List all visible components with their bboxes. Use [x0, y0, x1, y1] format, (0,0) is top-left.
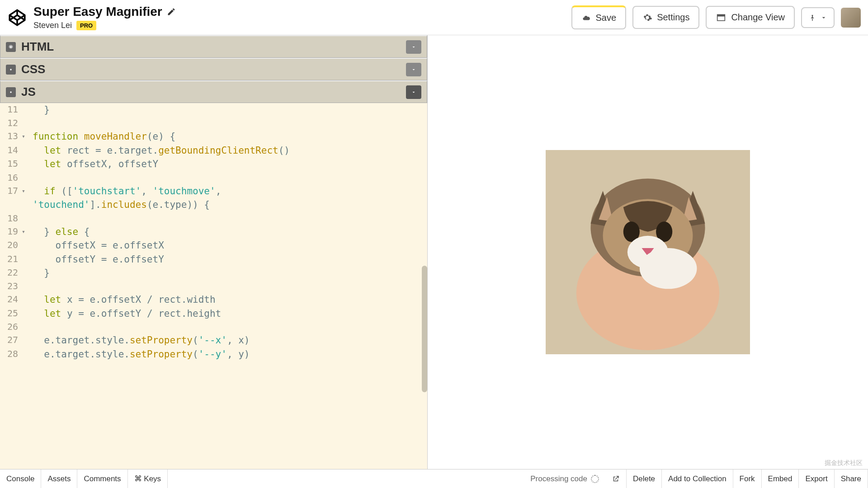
code-text[interactable]: let y = e.offsetY / rect.height [31, 307, 427, 320]
code-line[interactable]: 13▾function moveHandler(e) { [0, 130, 427, 143]
code-line[interactable]: 26 [0, 320, 427, 333]
add-collection-button[interactable]: Add to Collection [662, 469, 733, 488]
css-panel-header[interactable]: CSS [0, 58, 427, 80]
css-collapse-toggle[interactable] [406, 63, 421, 76]
svg-point-13 [593, 289, 683, 346]
fold-toggle[interactable]: ▾ [22, 184, 31, 198]
fold-toggle [22, 171, 31, 184]
spinner-icon [591, 475, 599, 483]
code-text[interactable]: let rect = e.target.getBoundingClientRec… [31, 144, 427, 157]
comments-button[interactable]: Comments [77, 469, 127, 488]
code-line[interactable]: 25 let y = e.offsetY / rect.height [0, 307, 427, 320]
code-line[interactable]: 12 [0, 117, 427, 130]
code-text[interactable]: } [31, 266, 427, 280]
code-text[interactable]: 'touchend'].includes(e.type)) { [31, 198, 427, 211]
fold-toggle [22, 103, 31, 117]
js-settings-icon[interactable] [6, 87, 16, 97]
code-text[interactable]: e.target.style.setProperty('--y', y) [31, 347, 427, 361]
code-text[interactable]: offsetX = e.offsetX [31, 239, 427, 252]
svg-point-4 [10, 91, 12, 93]
code-line[interactable]: 24 let x = e.offsetX / rect.width [0, 293, 427, 306]
js-panel-header[interactable]: JS [0, 80, 427, 103]
editor-scrollbar[interactable] [422, 266, 427, 392]
export-button[interactable]: Export [799, 469, 834, 488]
fold-toggle[interactable]: ▾ [22, 225, 31, 239]
js-code-editor[interactable]: 11 }1213▾function moveHandler(e) {14 let… [0, 103, 427, 469]
fork-button[interactable]: Fork [733, 469, 762, 488]
js-collapse-toggle[interactable] [406, 85, 421, 99]
code-text[interactable]: let offsetX, offsetY [31, 157, 427, 171]
preview-image[interactable] [546, 150, 750, 354]
svg-point-3 [10, 69, 12, 70]
fold-toggle [22, 198, 31, 211]
chevron-down-icon [410, 44, 417, 50]
code-text[interactable] [31, 280, 427, 293]
code-line[interactable]: 15 let offsetX, offsetY [0, 157, 427, 171]
pen-title[interactable]: Super Easy Magnifier [33, 5, 565, 19]
code-text[interactable] [31, 212, 427, 225]
assets-button[interactable]: Assets [41, 469, 77, 488]
fold-toggle [22, 333, 31, 347]
code-line[interactable]: 28 e.target.style.setProperty('--y', y) [0, 347, 427, 361]
author-name[interactable]: Steven Lei [33, 21, 72, 30]
delete-button[interactable]: Delete [627, 469, 662, 488]
line-number: 12 [0, 117, 22, 130]
html-collapse-toggle[interactable] [406, 40, 421, 54]
code-text[interactable]: } else { [31, 225, 427, 239]
line-number: 17 [0, 184, 22, 198]
code-line[interactable]: 18 [0, 212, 427, 225]
css-settings-icon[interactable] [6, 65, 16, 75]
html-panel-title: HTML [21, 40, 401, 54]
keys-button[interactable]: ⌘ Keys [128, 469, 168, 488]
fold-toggle [22, 144, 31, 157]
edit-icon[interactable] [167, 7, 176, 16]
line-number: 24 [0, 293, 22, 306]
code-text[interactable] [31, 171, 427, 184]
code-text[interactable]: if (['touchstart', 'touchmove', [31, 184, 427, 198]
code-text[interactable] [31, 117, 427, 130]
fold-toggle[interactable]: ▾ [22, 130, 31, 143]
code-text[interactable]: function moveHandler(e) { [31, 130, 427, 143]
codepen-icon [8, 9, 26, 27]
line-number: 14 [0, 144, 22, 157]
avatar[interactable] [841, 8, 861, 28]
code-line[interactable]: 17▾ if (['touchstart', 'touchmove', [0, 184, 427, 198]
html-settings-icon[interactable] [6, 42, 16, 52]
gear-icon [8, 66, 14, 73]
console-button[interactable]: Console [0, 469, 41, 488]
code-line[interactable]: 23 [0, 280, 427, 293]
code-line[interactable]: 22 } [0, 266, 427, 280]
popout-button[interactable] [605, 469, 627, 488]
code-line[interactable]: 'touchend'].includes(e.type)) { [0, 198, 427, 211]
change-view-button[interactable]: Change View [706, 6, 795, 29]
settings-button[interactable]: Settings [632, 6, 699, 29]
html-panel-header[interactable]: HTML [0, 35, 427, 58]
code-text[interactable]: } [31, 103, 427, 117]
code-text[interactable]: offsetY = e.offsetY [31, 253, 427, 266]
code-line[interactable]: 20 offsetX = e.offsetX [0, 239, 427, 252]
line-number: 21 [0, 253, 22, 266]
code-line[interactable]: 21 offsetY = e.offsetY [0, 253, 427, 266]
code-line[interactable]: 11 } [0, 103, 427, 117]
chevron-down-icon [410, 89, 417, 95]
pen-title-text: Super Easy Magnifier [33, 5, 162, 19]
chevron-down-icon [410, 67, 417, 72]
processing-status: Processing code [524, 469, 605, 488]
main-area: HTML CSS JS 11 }1213▾function mov [0, 35, 868, 469]
save-button[interactable]: Save [571, 5, 627, 29]
pin-menu[interactable] [801, 7, 835, 28]
share-button[interactable]: Share [835, 469, 868, 488]
pin-icon [808, 13, 816, 23]
code-text[interactable]: let x = e.offsetX / rect.width [31, 293, 427, 306]
codepen-logo[interactable] [7, 8, 27, 28]
fold-toggle [22, 280, 31, 293]
code-text[interactable] [31, 320, 427, 333]
embed-button[interactable]: Embed [762, 469, 799, 488]
code-line[interactable]: 14 let rect = e.target.getBoundingClient… [0, 144, 427, 157]
code-text[interactable]: e.target.style.setProperty('--x', x) [31, 333, 427, 347]
code-line[interactable]: 19▾ } else { [0, 225, 427, 239]
line-number: 16 [0, 171, 22, 184]
code-line[interactable]: 27 e.target.style.setProperty('--x', x) [0, 333, 427, 347]
code-line[interactable]: 16 [0, 171, 427, 184]
kitten-image [546, 150, 750, 354]
